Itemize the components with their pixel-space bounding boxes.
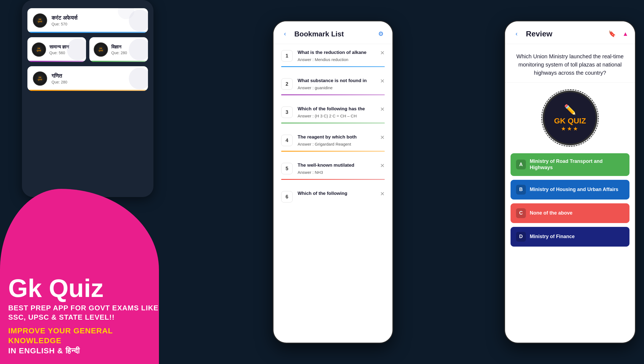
card-row: GKQUIZ सामान्य ज्ञान Que: 560 GKQUIZ वि xyxy=(27,37,148,62)
option-c-text: None of the above xyxy=(530,210,572,216)
bookmark-item: 1 What is the reduction of alkane Answer… xyxy=(278,44,387,72)
category-sub: Que: 570 xyxy=(52,22,77,26)
back-button[interactable]: ‹ xyxy=(512,29,522,39)
bookmark-item: 6 Which of the following ✕ xyxy=(278,185,387,208)
item-answer: Answer : NH3 xyxy=(298,170,375,175)
improve-text: Improve your General Knowledge In Englis… xyxy=(8,326,167,356)
option-b-text: Ministry of Housing and Urban Affairs xyxy=(530,186,618,193)
option-c-letter: C xyxy=(516,208,526,218)
bookmark-title: Bookmark List xyxy=(294,30,372,38)
review-header: ‹ Review 🔖 ▲ xyxy=(505,21,635,44)
logo-circle: GKQUIZ xyxy=(32,42,46,57)
logo-circle: GKQUIZ xyxy=(94,42,108,57)
question-area: Which Union Ministry launched the real-t… xyxy=(505,44,635,83)
bookmark-list: 1 What is the reduction of alkane Answer… xyxy=(273,44,392,343)
item-question: What is the reduction of alkane xyxy=(298,50,375,56)
item-answer: Answer : guanidine xyxy=(298,85,375,90)
close-icon[interactable]: ✕ xyxy=(380,50,385,56)
bookmark-item: 4 The reagent by which both Answer : Gri… xyxy=(278,129,387,157)
option-d-text: Ministry of Finance xyxy=(530,233,575,240)
bookmark-header: ‹ Bookmark List ⚙ xyxy=(273,21,392,44)
option-b-button[interactable]: B Ministry of Housing and Urban Affairs xyxy=(511,180,629,200)
category-card-math[interactable]: GKQUIZ गणित Que: 280 xyxy=(27,66,148,91)
phone-left-mockup: GKQUIZ करंट अफेयर्स Que: 570 GKQUIZ साम xyxy=(22,0,153,197)
phone-right-mockup: ‹ Review 🔖 ▲ Which Union Ministry launch… xyxy=(504,21,636,343)
pencil-icon: ✏️ xyxy=(564,104,576,115)
item-number: 5 xyxy=(281,163,293,174)
option-a-letter: A xyxy=(516,160,526,169)
close-icon[interactable]: ✕ xyxy=(380,106,385,112)
blob-content: Gk Quiz Best prep app for Govt exams lik… xyxy=(8,276,167,356)
alert-icon[interactable]: ▲ xyxy=(622,30,628,37)
item-number: 4 xyxy=(281,135,293,146)
option-b-letter: B xyxy=(516,185,526,195)
category-title: सामान्य ज्ञान xyxy=(49,44,69,50)
item-number: 3 xyxy=(281,106,293,118)
category-title: विज्ञान xyxy=(111,44,127,50)
category-card-gk[interactable]: GKQUIZ सामान्य ज्ञान Que: 560 xyxy=(27,37,86,62)
item-answer: Answer : Mendius reduction xyxy=(298,57,375,62)
bookmark-item: 5 The well-known mutilated Answer : NH3 … xyxy=(278,157,387,185)
logo-circle: GKQUIZ xyxy=(33,13,47,28)
item-number: 1 xyxy=(281,50,293,62)
item-question: The reagent by which both xyxy=(298,134,375,140)
options-area: A Ministry of Road Transport and Highway… xyxy=(505,153,635,252)
item-answer: Answer : (H 3 C) 2 C = CH – CH xyxy=(298,114,375,118)
item-number: 2 xyxy=(281,78,293,90)
option-d-letter: D xyxy=(516,232,526,242)
gk-quiz-text: GK QUIZ xyxy=(554,117,586,125)
language-text: In English & हिन्दी xyxy=(8,346,80,355)
item-question: What substance is not found in xyxy=(298,78,375,84)
option-a-text: Ministry of Road Transport and Highways xyxy=(530,158,624,171)
tagline: Best prep app for Govt exams like SSC, U… xyxy=(8,304,167,322)
right-section: ‹ Review 🔖 ▲ Which Union Ministry launch… xyxy=(496,0,644,364)
bookmark-icon[interactable]: 🔖 xyxy=(608,30,616,37)
close-icon[interactable]: ✕ xyxy=(380,78,385,84)
gk-quiz-logo: ✏️ GK QUIZ ★★★ xyxy=(543,91,597,145)
category-title: करंट अफेयर्स xyxy=(52,15,77,21)
option-c-button[interactable]: C None of the above xyxy=(511,203,629,223)
category-sub: Que: 560 xyxy=(49,51,69,55)
category-card-current-affairs[interactable]: GKQUIZ करंट अफेयर्स Que: 570 xyxy=(27,8,148,33)
category-title: गणित xyxy=(52,73,67,79)
category-sub: Que: 280 xyxy=(52,80,67,84)
category-card-science[interactable]: GKQUIZ विज्ञान Que: 280 xyxy=(89,37,148,62)
logo-dashed-border: ✏️ GK QUIZ ★★★ xyxy=(541,89,599,147)
left-section: GKQUIZ करंट अफेयर्स Que: 570 GKQUIZ साम xyxy=(0,0,170,364)
back-button[interactable]: ‹ xyxy=(280,29,290,39)
item-question: The well-known mutilated xyxy=(298,162,375,168)
middle-section: ‹ Bookmark List ⚙ 1 What is the reductio… xyxy=(170,0,496,364)
close-icon[interactable]: ✕ xyxy=(380,190,385,197)
review-title: Review xyxy=(526,30,604,38)
star-rating: ★★★ xyxy=(561,125,579,132)
logo-circle: GKQUIZ xyxy=(33,71,47,86)
option-d-button[interactable]: D Ministry of Finance xyxy=(511,227,629,247)
item-answer: Answer : Grigardard Reagent xyxy=(298,142,375,146)
close-icon[interactable]: ✕ xyxy=(380,134,385,141)
bookmark-item: 3 Which of the following has the Answer … xyxy=(278,100,387,129)
close-icon[interactable]: ✕ xyxy=(380,162,385,169)
settings-icon[interactable]: ⚙ xyxy=(376,29,386,39)
logo-area: ✏️ GK QUIZ ★★★ xyxy=(505,89,635,147)
item-question: Which of the following xyxy=(298,190,375,197)
question-text: Which Union Ministry launched the real-t… xyxy=(513,52,627,77)
phone-middle-mockup: ‹ Bookmark List ⚙ 1 What is the reductio… xyxy=(273,21,393,343)
app-title: Gk Quiz xyxy=(8,276,167,301)
item-number: 6 xyxy=(281,191,293,203)
item-question: Which of the following has the xyxy=(298,106,375,112)
category-sub: Que: 280 xyxy=(111,51,127,55)
bookmark-item: 2 What substance is not found in Answer … xyxy=(278,72,387,100)
option-a-button[interactable]: A Ministry of Road Transport and Highway… xyxy=(511,153,629,176)
